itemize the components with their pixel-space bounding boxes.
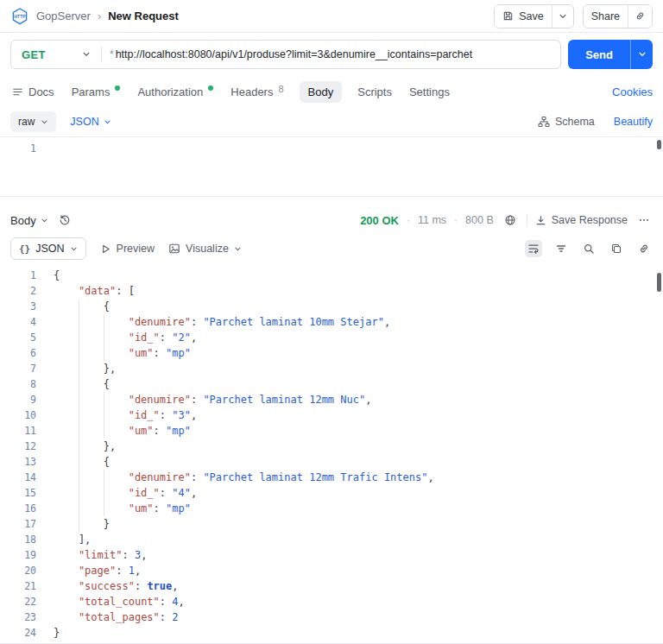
response-header: Body 200 OK · 11 ms · 800 B Save Respons… [0,205,663,235]
network-info-button[interactable] [502,212,519,229]
line-number: 6 [0,345,54,361]
line-number: 8 [0,376,54,392]
indent-guide [79,392,104,407]
line-number: 9 [0,392,54,407]
link-icon [638,243,650,255]
schema-label: Schema [555,116,595,128]
docs-list-icon [12,86,23,98]
tab-settings[interactable]: Settings [407,81,451,103]
code-line: 14"denumire": "Parchet laminat 12mm Traf… [0,470,663,485]
tab-label: Body [308,85,334,98]
code-text: "success": true, [54,578,179,594]
indent-guide [54,563,79,578]
code-line: 19"limit": 3, [0,547,663,563]
ellipsis-icon [638,214,650,226]
indent-guide [54,532,79,547]
image-icon [168,243,180,255]
page-title: New Request [108,9,179,22]
code-text: "total_pages": 2 [54,609,179,625]
tab-authorization[interactable]: Authorization [136,81,215,103]
code-text: "id_": "3", [54,407,197,423]
tab-label: Authorization [137,85,203,98]
indent-guide [54,470,79,485]
wrap-text-button[interactable] [525,240,542,257]
cookies-link[interactable]: Cookies [612,85,653,98]
indent-guide [79,516,104,532]
share-button[interactable]: Share [584,5,628,28]
indent-guide [54,594,79,609]
code-line: 3{ [0,299,663,314]
method-dropdown[interactable]: GET [11,41,101,68]
url-input[interactable] [114,41,561,68]
search-button[interactable] [580,240,597,257]
copy-button[interactable] [608,240,625,257]
code-text: ], [54,532,91,547]
body-language-dropdown[interactable]: JSON [70,116,110,128]
code-text: { [54,299,110,314]
indent-guide [54,423,79,439]
indent-guide [79,485,104,501]
filter-icon [555,243,567,255]
line-number: 12 [0,439,54,454]
body-format-dropdown[interactable]: raw [10,111,56,132]
code-line: 5"id_": "2", [0,330,663,345]
tab-label: Params [72,85,110,98]
breadcrumb-workspace[interactable]: GopServer [36,9,91,22]
code-text: "data": [ [54,283,135,299]
share-button-label: Share [591,10,620,22]
filter-button[interactable] [552,240,570,257]
beautify-button[interactable]: Beautify [614,116,653,128]
tab-body[interactable]: Body [300,81,343,103]
schema-icon [538,116,550,128]
send-options-chevron[interactable] [630,40,653,69]
response-body-label: Body [10,214,36,227]
code-text: "page": 1, [54,563,141,578]
tab-docs[interactable]: Docs [10,81,56,103]
send-button[interactable]: Send [568,40,630,69]
indent-guide [79,454,104,470]
tab-params[interactable]: Params [70,81,123,103]
editor-scrollbar[interactable] [657,140,661,149]
code-line: 2"data": [ [0,283,663,299]
save-options-chevron[interactable] [552,5,573,28]
code-line: 20"page": 1, [0,563,663,578]
response-body-dropdown[interactable]: Body [10,214,48,227]
line-number: 2 [0,283,54,299]
response-body-viewer[interactable]: 1{2"data": [3{4"denumire": "Parchet lami… [0,266,663,643]
request-body-editor[interactable]: 1 [0,136,663,197]
response-format-dropdown[interactable]: {} JSON [10,237,86,260]
chevron-down-icon [559,12,567,21]
code-line: 17} [0,516,663,532]
visualize-button[interactable]: Visualize [168,243,242,255]
code-text: "um": "mp" [54,501,191,516]
code-line: 4"denumire": "Parchet laminat 10mm Steja… [0,314,663,330]
preview-button[interactable]: Preview [100,243,155,255]
separator-dot: · [454,214,458,226]
indent-guide [54,547,79,563]
indent-guide [54,283,79,299]
code-text: { [54,268,60,283]
response-history-button[interactable] [56,212,73,229]
share-button-group: Share [583,4,653,28]
request-tabs: Docs Params Authorization Headers 8 Body… [0,76,663,107]
tab-headers[interactable]: Headers 8 [229,81,285,103]
tab-scripts[interactable]: Scripts [356,81,394,103]
indent-guide [79,470,104,485]
braces-icon: {} [19,243,30,255]
chevron-down-icon [234,245,242,253]
code-text: }, [54,439,116,454]
more-options-button[interactable] [635,212,653,229]
topbar-actions: Save Share [494,4,653,28]
http-logo-icon: HTTP [10,7,29,26]
indent-guide [54,578,79,594]
indent-guide [54,407,79,423]
share-link-button[interactable] [628,5,652,28]
code-line: 10"id_": "3", [0,407,663,423]
save-response-button[interactable]: Save Response [535,214,628,226]
save-button[interactable]: Save [495,5,552,28]
response-scrollbar[interactable] [657,273,661,292]
indent-guide [79,299,104,314]
schema-button[interactable]: Schema [538,116,595,128]
url-container: GET * [10,40,561,69]
permalink-button[interactable] [635,240,653,257]
